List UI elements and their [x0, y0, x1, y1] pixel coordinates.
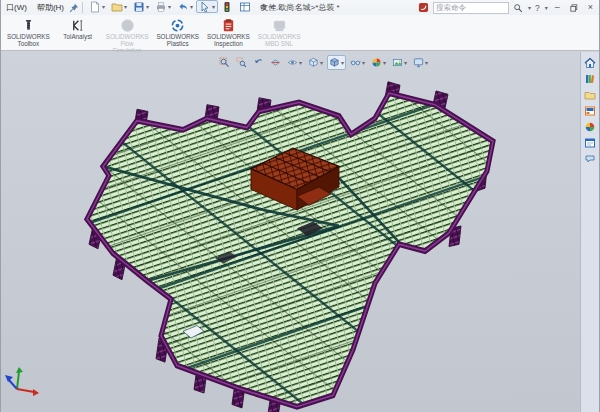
headsup-hide-show-items-button[interactable]: ▾: [348, 55, 367, 70]
dropdown-caret[interactable]: ▾: [102, 4, 105, 10]
forum-icon: [584, 153, 596, 165]
dropdown-caret[interactable]: ▾: [168, 4, 171, 10]
cm-solidworks-mbd-snl-button: SOLIDWORKSMBD SNL: [255, 17, 304, 48]
rebuild-traffic-light-button[interactable]: [218, 0, 236, 13]
solidworks-logo-icon: [418, 2, 429, 13]
edit-appearance-icon: [371, 57, 382, 68]
new-doc-button[interactable]: ▾: [86, 0, 108, 13]
menu-item[interactable]: 口(W): [1, 3, 32, 12]
taskpane-home-button[interactable]: [583, 56, 598, 70]
save-button[interactable]: ▾: [130, 0, 152, 13]
dropdown-caret[interactable]: ▾: [146, 4, 149, 10]
appearances-icon: [584, 121, 596, 133]
dropdown-caret[interactable]: ▾: [341, 60, 344, 66]
minimize-button[interactable]: –: [552, 1, 563, 14]
cm-solidworks-flow-simulation-button: SOLIDWORKSFlowSimulation: [103, 17, 152, 55]
assembly-model[interactable]: [1, 52, 600, 412]
headsup-zoom-fit-button[interactable]: [217, 55, 232, 70]
toolbox-icon: [21, 18, 36, 33]
new-doc-icon: [89, 1, 101, 13]
annotation-view-icon: [287, 57, 298, 68]
headsup-view-toolbar: ▾▾▾▾▾▾▾: [217, 55, 430, 70]
dropdown-caret[interactable]: ▾: [270, 4, 273, 10]
command-search-box: [433, 2, 509, 14]
options-gear-button[interactable]: ▾: [254, 0, 276, 13]
view-palette-icon: [584, 105, 596, 117]
dropdown-caret[interactable]: ▾: [190, 4, 193, 10]
tolanalyst-icon: [70, 18, 85, 33]
select-arrow-button[interactable]: ▾: [196, 0, 218, 13]
cm-button-label: TolAnalyst: [63, 33, 92, 40]
headsup-annotation-view-button[interactable]: ▾: [285, 55, 304, 70]
headsup-edit-appearance-button[interactable]: ▾: [369, 55, 388, 70]
command-manager: SOLIDWORKSToolboxTolAnalystSOLIDWORKSFlo…: [1, 15, 599, 51]
help-dropdown-caret[interactable]: ▾: [545, 5, 548, 11]
taskpane-design-library-button[interactable]: [583, 72, 598, 86]
task-pane-strip: [580, 52, 599, 412]
cm-button-label: SOLIDWORKSFlowSimulation: [106, 33, 149, 54]
dropdown-caret[interactable]: ▾: [362, 60, 365, 66]
menu-bar: 口(W)帮助(H): [1, 0, 69, 15]
cm-tolanalyst-button[interactable]: TolAnalyst: [55, 17, 101, 41]
open-folder-icon: [111, 1, 123, 13]
dropdown-caret[interactable]: ▾: [320, 60, 323, 66]
taskpane-custom-properties-button[interactable]: [583, 136, 598, 150]
title-bar: 口(W)帮助(H) ▾▾▾▾▾▾▾ 友佳.欧尚名城>*总装 * ▾ ? ▾ – …: [1, 0, 599, 15]
cm-solidworks-inspection-button[interactable]: SOLIDWORKSInspection: [204, 17, 253, 48]
toolbar-separator: [82, 2, 83, 13]
headsup-zoom-area-button[interactable]: [234, 55, 249, 70]
search-dropdown-caret[interactable]: ▾: [528, 5, 531, 11]
select-arrow-icon: [199, 1, 211, 13]
file-explorer-icon: [584, 89, 596, 101]
help-button[interactable]: ?: [535, 3, 540, 13]
search-input[interactable]: [436, 3, 506, 13]
search-icon[interactable]: [513, 3, 523, 13]
headsup-view-orientation-button[interactable]: ▾: [306, 55, 325, 70]
home-icon: [584, 57, 596, 69]
display-style-icon: [329, 57, 340, 68]
mbd-snl-icon: [272, 18, 287, 33]
dropdown-caret[interactable]: ▾: [124, 4, 127, 10]
headsup-section-view-button[interactable]: [268, 55, 283, 70]
dropdown-caret[interactable]: ▾: [299, 60, 302, 66]
close-button[interactable]: ×: [585, 1, 596, 14]
taskpane-view-palette-button[interactable]: [583, 104, 598, 118]
taskpane-file-explorer-button[interactable]: [583, 88, 598, 102]
design-library-icon: [584, 73, 596, 85]
view-orientation-icon: [308, 57, 319, 68]
floor-slab[interactable]: [87, 93, 493, 407]
cm-button-label: SOLIDWORKSToolbox: [7, 33, 50, 47]
cm-button-label: SOLIDWORKSInspection: [207, 33, 250, 47]
undo-button[interactable]: ▾: [174, 0, 196, 13]
zoom-fit-icon: [219, 57, 230, 68]
previous-view-icon: [253, 57, 264, 68]
headsup-display-style-button[interactable]: ▾: [327, 55, 346, 70]
rebuild-traffic-light-icon: [221, 1, 233, 13]
print-button[interactable]: ▾: [152, 0, 174, 13]
open-folder-button[interactable]: ▾: [108, 0, 130, 13]
headsup-previous-view-button[interactable]: [251, 55, 266, 70]
headsup-view-settings-button[interactable]: ▾: [411, 55, 430, 70]
restore-button[interactable]: [567, 4, 581, 12]
dropdown-caret[interactable]: ▾: [383, 60, 386, 66]
file-properties-button[interactable]: [236, 0, 254, 13]
pin-icon[interactable]: [69, 3, 79, 13]
taskpane-appearances-button[interactable]: [583, 120, 598, 134]
dropdown-caret[interactable]: ▾: [425, 60, 428, 66]
custom-properties-icon: [584, 137, 596, 149]
zoom-area-icon: [236, 57, 247, 68]
inspection-icon: [221, 18, 236, 33]
apply-scene-icon: [392, 57, 403, 68]
view-settings-icon: [413, 57, 424, 68]
cm-solidworks-toolbox-button[interactable]: SOLIDWORKSToolbox: [4, 17, 53, 48]
cm-solidworks-plastics-button[interactable]: SOLIDWORKSPlastics: [153, 17, 202, 48]
cm-button-label: SOLIDWORKSPlastics: [156, 33, 199, 47]
taskpane-forum-button[interactable]: [583, 152, 598, 166]
reference-triad: [3, 362, 45, 404]
menu-item[interactable]: 帮助(H): [32, 3, 69, 12]
headsup-apply-scene-button[interactable]: ▾: [390, 55, 409, 70]
save-icon: [133, 1, 145, 13]
dropdown-caret[interactable]: ▾: [404, 60, 407, 66]
graphics-viewport[interactable]: ▾▾▾▾▾▾▾: [1, 52, 599, 412]
dropdown-caret[interactable]: ▾: [212, 4, 215, 10]
